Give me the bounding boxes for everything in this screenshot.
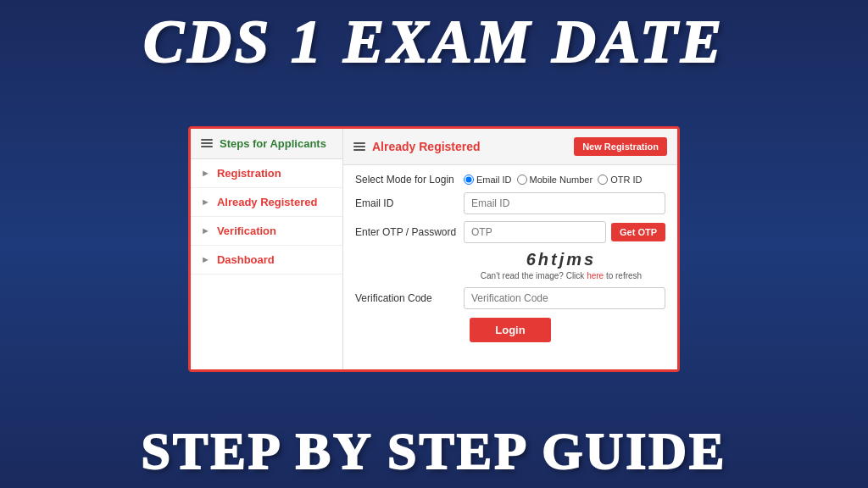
menu-label-verification: Verification	[217, 225, 276, 237]
otp-row: Enter OTP / Password Get OTP	[355, 221, 665, 243]
hamburger-icon-right	[353, 142, 365, 151]
right-panel-header: Already Registered New Registration	[343, 129, 677, 165]
menu-label-dashboard: Dashboard	[217, 253, 275, 266]
arrow-icon-dashboard: ►	[201, 254, 210, 264]
arrow-icon-already-registered: ►	[201, 197, 210, 207]
otp-group: Get OTP	[464, 221, 665, 243]
radio-mobile[interactable]: Mobile Number	[517, 175, 593, 185]
radio-otr[interactable]: OTR ID	[598, 175, 642, 185]
login-btn-row: Login	[355, 318, 665, 349]
login-button[interactable]: Login	[470, 318, 550, 342]
menu-item-registration[interactable]: ► Registration	[191, 159, 342, 188]
get-otp-button[interactable]: Get OTP	[611, 223, 665, 241]
captcha-refresh-link[interactable]: here	[587, 271, 604, 280]
menu-item-already-registered[interactable]: ► Already Registered	[191, 188, 342, 217]
mode-label: Select Mode for Login	[355, 174, 457, 186]
arrow-icon-registration: ►	[201, 168, 210, 178]
email-label: Email ID	[355, 197, 457, 209]
verification-label: Verification Code	[355, 292, 457, 304]
left-panel-header: Steps for Applicants	[191, 129, 342, 159]
menu-item-verification[interactable]: ► Verification	[191, 217, 342, 246]
captcha-text: 6htjms	[457, 250, 665, 269]
top-title: CDS 1 EXAM DATE	[143, 0, 725, 75]
captcha-hint-suffix: to refresh	[604, 271, 642, 280]
menu-label-registration: Registration	[217, 167, 281, 180]
radio-group: Email ID Mobile Number OTR ID	[464, 175, 665, 185]
already-registered-label: Already Registered	[372, 140, 481, 153]
mode-row: Select Mode for Login Email ID Mobile Nu…	[355, 174, 665, 186]
menu-item-dashboard[interactable]: ► Dashboard	[191, 246, 342, 274]
verification-row: Verification Code	[355, 287, 665, 309]
email-row: Email ID	[355, 192, 665, 214]
captcha-area: 6htjms Can't read the image? Click here …	[355, 250, 665, 280]
hamburger-icon	[201, 139, 213, 147]
bottom-title: STEP BY STEP GUIDE	[142, 422, 727, 488]
form-area: Select Mode for Login Email ID Mobile Nu…	[343, 165, 677, 358]
right-header-left: Already Registered	[353, 140, 481, 153]
otp-label: Enter OTP / Password	[355, 226, 457, 238]
otp-input[interactable]	[464, 221, 606, 243]
radio-email[interactable]: Email ID	[464, 175, 512, 185]
main-content: Steps for Applicants ► Registration ► Al…	[188, 126, 680, 372]
steps-for-applicants-label: Steps for Applicants	[220, 137, 326, 150]
captcha-hint-prefix: Can't read the image? Click	[481, 271, 587, 280]
verification-input[interactable]	[464, 287, 665, 309]
captcha-hint: Can't read the image? Click here to refr…	[457, 271, 665, 280]
right-panel: Already Registered New Registration Sele…	[343, 129, 677, 369]
new-registration-button[interactable]: New Registration	[574, 137, 667, 156]
arrow-icon-verification: ►	[201, 225, 210, 236]
left-panel: Steps for Applicants ► Registration ► Al…	[191, 129, 343, 369]
email-input[interactable]	[464, 192, 665, 214]
menu-label-already-registered: Already Registered	[217, 196, 318, 208]
